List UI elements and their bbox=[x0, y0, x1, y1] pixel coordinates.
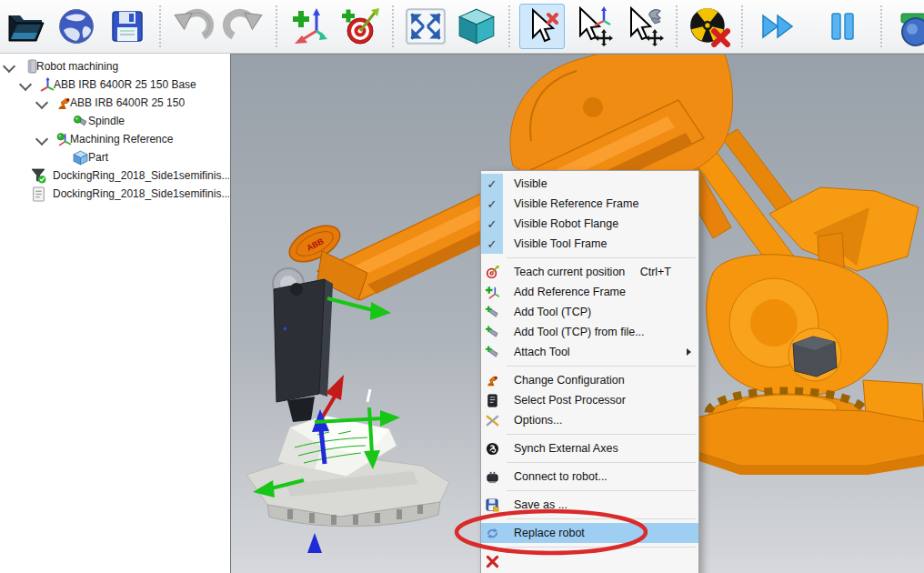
tool-icon bbox=[486, 346, 499, 359]
menu-item-label: Add Tool (TCP) from file... bbox=[514, 326, 645, 338]
menu-item-label: Visible Robot Flange bbox=[514, 217, 618, 230]
menu-separator bbox=[507, 547, 696, 548]
replace-icon bbox=[486, 527, 499, 540]
clipped-toolbar-button[interactable] bbox=[891, 4, 924, 49]
tree-item-machining-reference[interactable]: Machining Reference bbox=[0, 130, 229, 148]
menu-item-delete[interactable] bbox=[481, 551, 698, 571]
tool-icon bbox=[486, 306, 499, 319]
menu-item-add-tool-tcp[interactable]: Add Tool (TCP) bbox=[481, 302, 698, 322]
part-and-fixture[interactable] bbox=[246, 416, 449, 527]
menu-separator bbox=[507, 490, 696, 491]
synch-icon bbox=[486, 442, 499, 456]
folder-open-icon bbox=[5, 6, 45, 46]
open-library-button[interactable] bbox=[54, 4, 99, 49]
menu-item-replace-robot[interactable]: Replace robot bbox=[481, 523, 698, 543]
tree-item-robot-machining[interactable]: Robot machining bbox=[0, 57, 229, 75]
menu-item-add-reference-frame[interactable]: Add Reference Frame bbox=[481, 282, 698, 302]
menu-item-label: Visible Tool Frame bbox=[514, 237, 607, 250]
menu-item-label: Visible Reference Frame bbox=[514, 197, 638, 210]
add-reference-frame-button[interactable] bbox=[286, 4, 332, 49]
submenu-arrow-icon bbox=[687, 348, 691, 356]
add-frame-icon bbox=[486, 286, 499, 299]
menu-item-change-configuration[interactable]: Change Configuration bbox=[481, 370, 698, 390]
station-tree-panel: Robot machining ABB IRB 6400R 25 150 Bas… bbox=[0, 54, 229, 573]
plus-frame-icon bbox=[289, 6, 329, 46]
add-target-button[interactable] bbox=[337, 4, 383, 49]
menu-item-label: Change Configuration bbox=[514, 374, 625, 387]
fast-simulation-button[interactable] bbox=[755, 4, 800, 49]
part-cube-icon bbox=[73, 150, 88, 166]
delete-icon bbox=[486, 555, 499, 568]
menu-item-visible-tool-frame[interactable]: ✓ Visible Tool Frame bbox=[481, 234, 698, 254]
undo-arrow-icon bbox=[172, 5, 214, 47]
tree-item-machining-project[interactable]: DockingRing_2018_Side1semifinis... bbox=[0, 166, 229, 185]
tool-icon bbox=[73, 114, 88, 129]
redo-button[interactable] bbox=[221, 4, 266, 49]
toolbar-separator bbox=[880, 5, 882, 47]
toolbar-separator bbox=[741, 5, 743, 47]
menu-item-label: Synch External Axes bbox=[514, 442, 618, 455]
target-icon bbox=[486, 266, 499, 279]
fit-to-screen-button[interactable] bbox=[403, 4, 448, 49]
tree-item-program[interactable]: DockingRing_2018_Side1semifinis... bbox=[0, 185, 229, 203]
checkmark-icon: ✓ bbox=[481, 214, 503, 234]
chevron-down-icon[interactable] bbox=[35, 96, 48, 109]
toolbar-separator bbox=[508, 5, 510, 47]
menu-separator bbox=[507, 434, 696, 435]
save-station-button[interactable] bbox=[105, 4, 150, 49]
menu-item-teach-current-position[interactable]: Teach current position Ctrl+T bbox=[481, 262, 698, 282]
tree-item-spindle[interactable]: Spindle bbox=[0, 112, 229, 130]
tree-item-label: DockingRing_2018_Side1semifinis... bbox=[53, 187, 229, 200]
fast-forward-icon bbox=[758, 6, 798, 46]
menu-separator bbox=[507, 257, 696, 258]
menu-item-label: Attach Tool bbox=[514, 346, 570, 358]
redo-arrow-icon bbox=[223, 5, 265, 47]
tree-item-label: Spindle bbox=[88, 115, 125, 127]
tree-item-part[interactable]: Part bbox=[0, 148, 229, 166]
isometric-view-button[interactable] bbox=[454, 4, 499, 49]
menu-item-synch-external-axes[interactable]: Synch External Axes bbox=[481, 438, 698, 458]
save-as-icon bbox=[486, 498, 499, 512]
plus-target-icon bbox=[340, 6, 380, 46]
rear-robot[interactable] bbox=[690, 129, 924, 475]
menu-item-options[interactable]: Options... bbox=[481, 410, 698, 430]
collision-check-button[interactable] bbox=[687, 4, 732, 49]
menu-item-visible-robot-flange[interactable]: ✓ Visible Robot Flange bbox=[481, 214, 698, 234]
checkmark-icon: ✓ bbox=[481, 174, 503, 194]
tree-item-label: Part bbox=[88, 151, 108, 164]
cursor-tool-move-icon bbox=[624, 6, 664, 46]
chevron-down-icon[interactable] bbox=[35, 133, 48, 146]
menu-item-label: Teach current position bbox=[514, 266, 625, 278]
tree-item-label: Machining Reference bbox=[70, 133, 173, 146]
pause-simulation-button[interactable] bbox=[819, 4, 865, 49]
menu-item-visible-reference-frame[interactable]: ✓ Visible Reference Frame bbox=[481, 194, 698, 214]
chevron-down-icon[interactable] bbox=[3, 60, 15, 73]
menu-item-label: Connect to robot... bbox=[514, 470, 608, 483]
post-processor-icon bbox=[486, 394, 499, 407]
move-tool-button[interactable] bbox=[621, 4, 667, 49]
tree-item-label: DockingRing_2018_Side1semifinis... bbox=[53, 169, 229, 182]
menu-item-attach-tool[interactable]: Attach Tool bbox=[481, 342, 698, 362]
cursor-frame-move-icon bbox=[573, 6, 613, 46]
menu-item-save-as[interactable]: Save as ... bbox=[481, 495, 698, 515]
tree-item-robot[interactable]: ABB IRB 6400R 25 150 bbox=[0, 94, 229, 112]
cursor-delete-icon bbox=[522, 6, 562, 46]
machining-project-icon bbox=[31, 168, 46, 184]
toolbar-separator bbox=[276, 5, 277, 47]
menu-separator bbox=[507, 366, 696, 367]
fit-arrows-icon bbox=[405, 5, 447, 47]
tree-item-base-frame[interactable]: ABB IRB 6400R 25 150 Base bbox=[0, 75, 229, 94]
menu-item-visible[interactable]: ✓ Visible bbox=[481, 174, 698, 194]
move-reference-button[interactable] bbox=[570, 4, 616, 49]
menu-item-add-tool-tcp-from-file[interactable]: Add Tool (TCP) from file... bbox=[481, 322, 698, 342]
open-file-button[interactable] bbox=[3, 4, 48, 49]
menu-item-label: Add Reference Frame bbox=[514, 286, 626, 298]
menu-item-connect-to-robot[interactable]: Connect to robot... bbox=[481, 467, 698, 487]
checkmark-icon: ✓ bbox=[481, 234, 503, 254]
3d-viewport[interactable]: ABB bbox=[230, 54, 924, 573]
chevron-down-icon[interactable] bbox=[19, 78, 32, 91]
menu-item-select-post-processor[interactable]: Select Post Processor bbox=[481, 390, 698, 410]
menu-item-label: Select Post Processor bbox=[514, 394, 626, 407]
undo-button[interactable] bbox=[170, 4, 216, 49]
select-cursor-button[interactable] bbox=[519, 4, 565, 49]
